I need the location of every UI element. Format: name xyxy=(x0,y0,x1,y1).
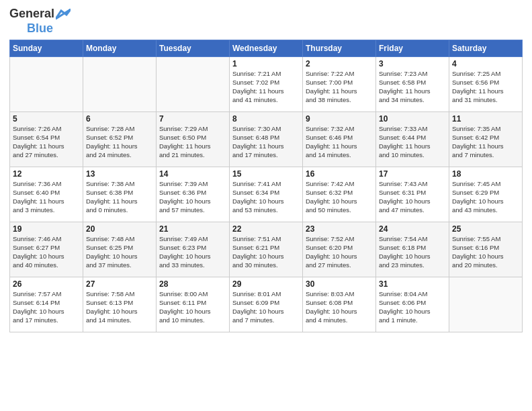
logo-text: GeneralBlue xyxy=(9,7,71,36)
day-info: Sunrise: 7:38 AM Sunset: 6:38 PM Dayligh… xyxy=(86,180,153,214)
calendar-cell: 11Sunrise: 7:35 AM Sunset: 6:42 PM Dayli… xyxy=(449,112,523,167)
logo-bird-icon xyxy=(56,8,71,20)
calendar-cell: 7Sunrise: 7:29 AM Sunset: 6:50 PM Daylig… xyxy=(157,112,230,167)
day-number: 21 xyxy=(159,224,226,234)
calendar-cell xyxy=(83,57,157,112)
day-info: Sunrise: 8:04 AM Sunset: 6:06 PM Dayligh… xyxy=(379,290,446,324)
weekday-header-tuesday: Tuesday xyxy=(157,40,230,57)
calendar-cell xyxy=(157,57,230,112)
logo-general-text: General xyxy=(9,7,54,21)
calendar-cell: 1Sunrise: 7:21 AM Sunset: 7:02 PM Daylig… xyxy=(230,57,303,112)
header: GeneralBlue xyxy=(9,7,523,36)
day-info: Sunrise: 7:39 AM Sunset: 6:36 PM Dayligh… xyxy=(159,180,226,214)
weekday-header-wednesday: Wednesday xyxy=(230,40,303,57)
week-row-3: 12Sunrise: 7:36 AM Sunset: 6:40 PM Dayli… xyxy=(10,167,523,222)
calendar-cell xyxy=(449,277,523,332)
day-number: 25 xyxy=(452,224,519,234)
weekday-header-sunday: Sunday xyxy=(10,40,83,57)
svg-marker-0 xyxy=(56,9,71,19)
day-info: Sunrise: 7:52 AM Sunset: 6:20 PM Dayligh… xyxy=(306,235,373,269)
day-info: Sunrise: 7:42 AM Sunset: 6:32 PM Dayligh… xyxy=(306,180,373,214)
day-info: Sunrise: 7:55 AM Sunset: 6:16 PM Dayligh… xyxy=(452,235,519,269)
day-info: Sunrise: 7:36 AM Sunset: 6:40 PM Dayligh… xyxy=(13,180,80,214)
day-info: Sunrise: 7:41 AM Sunset: 6:34 PM Dayligh… xyxy=(232,180,300,214)
weekday-header-saturday: Saturday xyxy=(449,40,523,57)
weekday-header-thursday: Thursday xyxy=(303,40,376,57)
day-info: Sunrise: 7:33 AM Sunset: 6:44 PM Dayligh… xyxy=(379,125,446,159)
day-number: 3 xyxy=(379,59,446,68)
calendar-cell: 13Sunrise: 7:38 AM Sunset: 6:38 PM Dayli… xyxy=(83,167,157,222)
calendar-cell: 4Sunrise: 7:25 AM Sunset: 6:56 PM Daylig… xyxy=(449,57,523,112)
day-info: Sunrise: 7:58 AM Sunset: 6:13 PM Dayligh… xyxy=(86,290,153,324)
calendar-cell: 31Sunrise: 8:04 AM Sunset: 6:06 PM Dayli… xyxy=(376,277,449,332)
day-number: 27 xyxy=(86,279,153,289)
calendar-cell: 23Sunrise: 7:52 AM Sunset: 6:20 PM Dayli… xyxy=(303,222,376,277)
day-info: Sunrise: 8:01 AM Sunset: 6:09 PM Dayligh… xyxy=(232,290,300,324)
day-number: 11 xyxy=(452,114,519,124)
week-row-5: 26Sunrise: 7:57 AM Sunset: 6:14 PM Dayli… xyxy=(10,277,523,332)
day-info: Sunrise: 7:29 AM Sunset: 6:50 PM Dayligh… xyxy=(159,125,226,159)
day-info: Sunrise: 7:22 AM Sunset: 7:00 PM Dayligh… xyxy=(306,70,373,104)
calendar-table: SundayMondayTuesdayWednesdayThursdayFrid… xyxy=(9,40,523,332)
day-info: Sunrise: 7:51 AM Sunset: 6:21 PM Dayligh… xyxy=(232,235,300,269)
day-number: 7 xyxy=(159,114,226,124)
calendar-cell: 5Sunrise: 7:26 AM Sunset: 6:54 PM Daylig… xyxy=(10,112,83,167)
day-number: 28 xyxy=(159,279,226,289)
day-number: 2 xyxy=(306,59,373,68)
day-number: 18 xyxy=(452,169,519,179)
calendar-cell: 24Sunrise: 7:54 AM Sunset: 6:18 PM Dayli… xyxy=(376,222,449,277)
day-number: 31 xyxy=(379,279,446,289)
calendar-cell: 16Sunrise: 7:42 AM Sunset: 6:32 PM Dayli… xyxy=(303,167,376,222)
day-info: Sunrise: 7:57 AM Sunset: 6:14 PM Dayligh… xyxy=(13,290,80,324)
day-number: 24 xyxy=(379,224,446,234)
calendar-cell: 29Sunrise: 8:01 AM Sunset: 6:09 PM Dayli… xyxy=(230,277,303,332)
day-number: 19 xyxy=(13,224,80,234)
calendar-cell: 2Sunrise: 7:22 AM Sunset: 7:00 PM Daylig… xyxy=(303,57,376,112)
day-info: Sunrise: 7:26 AM Sunset: 6:54 PM Dayligh… xyxy=(13,125,80,159)
calendar-cell: 9Sunrise: 7:32 AM Sunset: 6:46 PM Daylig… xyxy=(303,112,376,167)
day-number: 22 xyxy=(232,224,300,234)
calendar-cell: 3Sunrise: 7:23 AM Sunset: 6:58 PM Daylig… xyxy=(376,57,449,112)
day-number: 6 xyxy=(86,114,153,124)
day-info: Sunrise: 7:23 AM Sunset: 6:58 PM Dayligh… xyxy=(379,70,446,104)
day-number: 8 xyxy=(232,114,300,124)
day-number: 10 xyxy=(379,114,446,124)
calendar-cell: 18Sunrise: 7:45 AM Sunset: 6:29 PM Dayli… xyxy=(449,167,523,222)
day-info: Sunrise: 7:49 AM Sunset: 6:23 PM Dayligh… xyxy=(159,235,226,269)
calendar-cell: 6Sunrise: 7:28 AM Sunset: 6:52 PM Daylig… xyxy=(83,112,157,167)
day-info: Sunrise: 7:25 AM Sunset: 6:56 PM Dayligh… xyxy=(452,70,519,104)
weekday-header-friday: Friday xyxy=(376,40,449,57)
calendar-cell: 8Sunrise: 7:30 AM Sunset: 6:48 PM Daylig… xyxy=(230,112,303,167)
day-number: 17 xyxy=(379,169,446,179)
day-number: 16 xyxy=(306,169,373,179)
calendar-cell: 20Sunrise: 7:48 AM Sunset: 6:25 PM Dayli… xyxy=(83,222,157,277)
calendar-cell: 12Sunrise: 7:36 AM Sunset: 6:40 PM Dayli… xyxy=(10,167,83,222)
day-info: Sunrise: 7:46 AM Sunset: 6:27 PM Dayligh… xyxy=(13,235,80,269)
day-number: 5 xyxy=(13,114,80,124)
day-info: Sunrise: 7:35 AM Sunset: 6:42 PM Dayligh… xyxy=(452,125,519,159)
day-info: Sunrise: 7:54 AM Sunset: 6:18 PM Dayligh… xyxy=(379,235,446,269)
calendar-cell: 25Sunrise: 7:55 AM Sunset: 6:16 PM Dayli… xyxy=(449,222,523,277)
day-number: 13 xyxy=(86,169,153,179)
calendar-cell xyxy=(10,57,83,112)
day-number: 29 xyxy=(232,279,300,289)
day-number: 1 xyxy=(232,59,300,68)
day-number: 26 xyxy=(13,279,80,289)
calendar-cell: 26Sunrise: 7:57 AM Sunset: 6:14 PM Dayli… xyxy=(10,277,83,332)
weekday-header-monday: Monday xyxy=(83,40,157,57)
day-number: 20 xyxy=(86,224,153,234)
calendar-cell: 30Sunrise: 8:03 AM Sunset: 6:08 PM Dayli… xyxy=(303,277,376,332)
page-container: GeneralBlue SundayMondayTuesdayWednesday… xyxy=(0,0,532,339)
day-info: Sunrise: 7:45 AM Sunset: 6:29 PM Dayligh… xyxy=(452,180,519,214)
calendar-cell: 28Sunrise: 8:00 AM Sunset: 6:11 PM Dayli… xyxy=(157,277,230,332)
day-number: 30 xyxy=(306,279,373,289)
day-number: 4 xyxy=(452,59,519,68)
calendar-cell: 15Sunrise: 7:41 AM Sunset: 6:34 PM Dayli… xyxy=(230,167,303,222)
day-number: 12 xyxy=(13,169,80,179)
day-info: Sunrise: 8:00 AM Sunset: 6:11 PM Dayligh… xyxy=(159,290,226,324)
logo-blue-text: Blue xyxy=(27,21,53,36)
calendar-cell: 27Sunrise: 7:58 AM Sunset: 6:13 PM Dayli… xyxy=(83,277,157,332)
day-number: 9 xyxy=(306,114,373,124)
logo: GeneralBlue xyxy=(9,7,71,36)
day-number: 14 xyxy=(159,169,226,179)
